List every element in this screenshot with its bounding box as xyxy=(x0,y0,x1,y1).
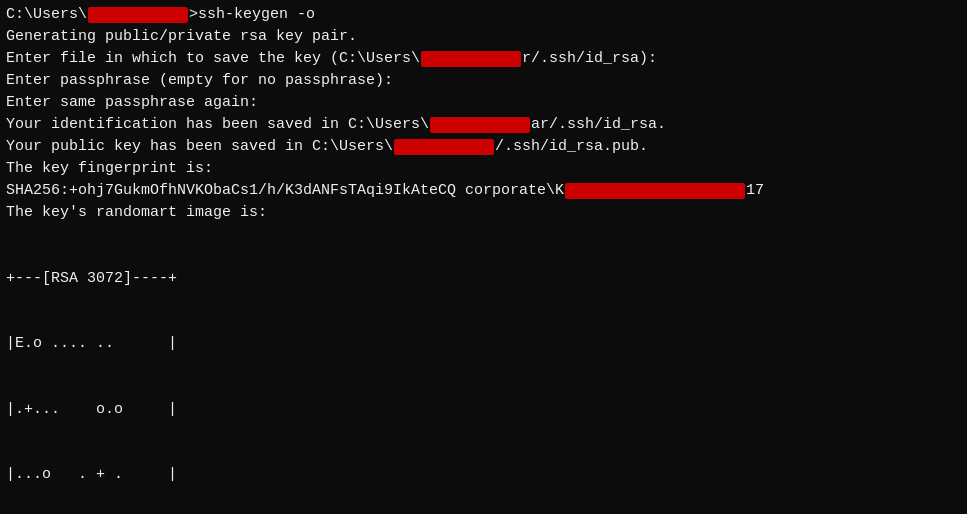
randomart-line-2: |.+... o.o | xyxy=(6,399,961,421)
terminal-line-fingerprint-label: The key fingerprint is: xyxy=(6,158,961,180)
redact-username-1 xyxy=(88,7,188,23)
terminal-line-same-passphrase: Enter same passphrase again: xyxy=(6,92,961,114)
enter-file-suffix: r/.ssh/id_rsa): xyxy=(522,48,657,70)
cmd-suffix: >ssh-keygen -o xyxy=(189,4,315,26)
fingerprint-suffix: 17 xyxy=(746,180,764,202)
randomart-line-0: +---[RSA 3072]----+ xyxy=(6,268,961,290)
fingerprint-prefix: SHA256:+ohj7GukmOfhNVKObaCs1/h/K3dANFsTA… xyxy=(6,180,564,202)
randomart-line-3: |...o . + . | xyxy=(6,464,961,486)
redact-path-1 xyxy=(421,51,521,67)
terminal-line-pubkey-saved: Your public key has been saved in C:\Use… xyxy=(6,136,961,158)
cmd-prefix: C:\Users\ xyxy=(6,4,87,26)
randomart-line-1: |E.o .... .. | xyxy=(6,333,961,355)
id-saved-suffix: ar/.ssh/id_rsa. xyxy=(531,114,666,136)
terminal-line-fingerprint-value: SHA256:+ohj7GukmOfhNVKObaCs1/h/K3dANFsTA… xyxy=(6,180,961,202)
pubkey-suffix: /.ssh/id_rsa.pub. xyxy=(495,136,648,158)
enter-file-prefix: Enter file in which to save the key (C:\… xyxy=(6,48,420,70)
terminal-line-randomart-label: The key's randomart image is: xyxy=(6,202,961,224)
terminal-line-passphrase: Enter passphrase (empty for no passphras… xyxy=(6,70,961,92)
redact-pubkey-path xyxy=(394,139,494,155)
terminal-line-enter-file: Enter file in which to save the key (C:\… xyxy=(6,48,961,70)
terminal-window: C:\Users\ >ssh-keygen -o Generating publ… xyxy=(0,0,967,514)
terminal-line-id-saved: Your identification has been saved in C:… xyxy=(6,114,961,136)
redact-fingerprint xyxy=(565,183,745,199)
randomart-box: +---[RSA 3072]----+ |E.o .... .. | |.+..… xyxy=(6,224,961,514)
redact-id-path xyxy=(430,117,530,133)
id-saved-prefix: Your identification has been saved in C:… xyxy=(6,114,429,136)
terminal-line-cmd: C:\Users\ >ssh-keygen -o xyxy=(6,4,961,26)
pubkey-prefix: Your public key has been saved in C:\Use… xyxy=(6,136,393,158)
terminal-line-generating: Generating public/private rsa key pair. xyxy=(6,26,961,48)
